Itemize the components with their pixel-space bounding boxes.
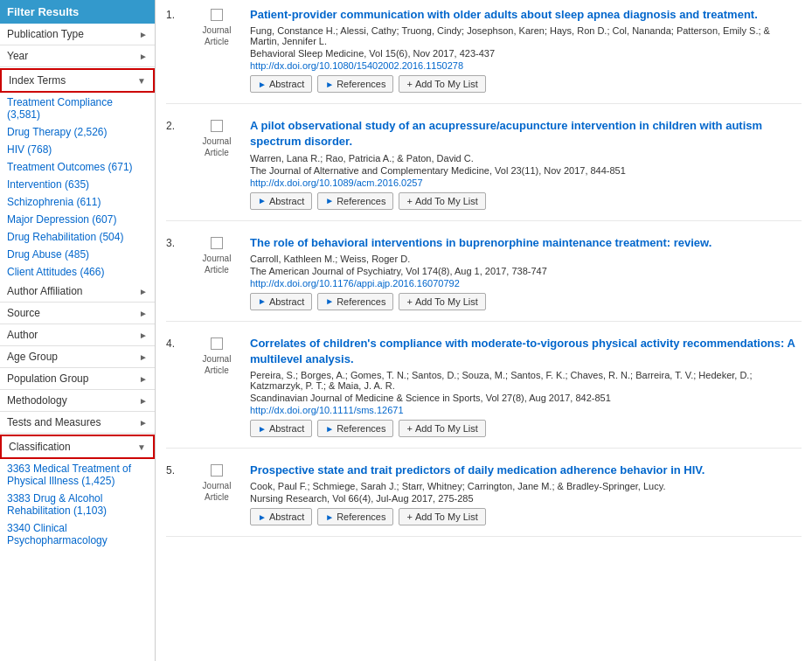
- abstract-btn-2[interactable]: ► Abstract: [250, 192, 312, 210]
- index-term-link-9[interactable]: Client Attitudes (466): [0, 263, 155, 281]
- references-btn-5[interactable]: ► References: [317, 508, 393, 525]
- chevron-right-icon: ►: [139, 396, 148, 406]
- result-doi-4[interactable]: http://dx.doi.org/10.1111/sms.12671: [250, 405, 802, 415]
- abstract-btn-5[interactable]: ► Abstract: [250, 508, 312, 525]
- add-to-list-btn-2[interactable]: + Add To My List: [399, 192, 485, 210]
- result-checkbox-5[interactable]: [211, 464, 223, 477]
- add-to-list-btn-4[interactable]: + Add To My List: [399, 420, 485, 437]
- result-content-2: A pilot observational study of an acupre…: [250, 118, 802, 209]
- result-number-1: 1.: [166, 7, 191, 93]
- references-btn-1[interactable]: ► References: [317, 75, 393, 93]
- result-actions-1: ► Abstract ► References + Add To My List: [250, 75, 802, 93]
- index-term-link-1[interactable]: Drug Therapy (2,526): [0, 123, 155, 141]
- chevron-right-icon: ►: [139, 418, 148, 428]
- chevron-down-icon: ▼: [137, 442, 146, 452]
- chevron-right-icon: ►: [139, 309, 148, 318]
- sidebar-item-source[interactable]: Source ►: [0, 303, 155, 324]
- result-type-3: JournalArticle: [191, 235, 243, 310]
- sidebar-item-publication-type[interactable]: Publication Type ►: [0, 24, 155, 45]
- result-checkbox-1[interactable]: [211, 9, 223, 21]
- filter-results-header: Filter Results: [0, 0, 155, 24]
- classification-link-0[interactable]: 3363 Medical Treatment of Physical Illne…: [0, 460, 155, 490]
- result-checkbox-4[interactable]: [211, 337, 223, 350]
- add-to-list-btn-1[interactable]: + Add To My List: [399, 75, 485, 93]
- index-term-link-6[interactable]: Major Depression (607): [0, 211, 155, 228]
- add-to-list-btn-5[interactable]: + Add To My List: [399, 508, 485, 525]
- result-type-label-4: JournalArticle: [203, 353, 232, 376]
- result-title-4[interactable]: Correlates of children's compliance with…: [250, 336, 802, 367]
- result-journal-1: Behavioral Sleep Medicine, Vol 15(6), No…: [250, 48, 802, 59]
- result-actions-2: ► Abstract ► References + Add To My List: [250, 192, 802, 210]
- result-type-label-5: JournalArticle: [203, 480, 232, 503]
- abstract-btn-1[interactable]: ► Abstract: [250, 75, 312, 93]
- abstract-btn-3[interactable]: ► Abstract: [250, 293, 312, 310]
- sidebar: Filter Results Publication Type ► Year ►…: [0, 0, 156, 661]
- result-content-1: Patient-provider communication with olde…: [250, 7, 802, 93]
- sidebar-item-population-group[interactable]: Population Group ►: [0, 368, 155, 390]
- add-to-list-btn-3[interactable]: + Add To My List: [399, 293, 485, 310]
- index-term-link-4[interactable]: Intervention (635): [0, 176, 155, 193]
- result-actions-3: ► Abstract ► References + Add To My List: [250, 293, 802, 310]
- result-type-label-3: JournalArticle: [203, 253, 232, 275]
- sidebar-item-age-group[interactable]: Age Group ►: [0, 346, 155, 368]
- result-item-3: 3. JournalArticle The role of behavioral…: [166, 235, 802, 322]
- result-journal-2: The Journal of Alternative and Complemen…: [250, 165, 802, 176]
- chevron-right-icon: ►: [139, 374, 148, 384]
- result-item-5: 5. JournalArticle Prospective state and …: [166, 463, 802, 537]
- result-title-3[interactable]: The role of behavioral interventions in …: [250, 235, 802, 251]
- result-journal-4: Scandinavian Journal of Medicine & Scien…: [250, 393, 802, 403]
- classification-link-2[interactable]: 3340 Clinical Psychopharmacology: [0, 519, 155, 549]
- result-number-4: 4.: [166, 336, 191, 437]
- result-journal-5: Nursing Research, Vol 66(4), Jul-Aug 201…: [250, 493, 802, 504]
- result-title-2[interactable]: A pilot observational study of an acupre…: [250, 118, 802, 150]
- result-type-4: JournalArticle: [191, 336, 243, 437]
- result-title-5[interactable]: Prospective state and trait predictors o…: [250, 463, 802, 478]
- results-area: 1. JournalArticle Patient-provider commu…: [156, 0, 812, 661]
- result-authors-1: Fung, Constance H.; Alessi, Cathy; Truon…: [250, 25, 802, 46]
- references-btn-3[interactable]: ► References: [317, 293, 393, 310]
- index-term-link-3[interactable]: Treatment Outcomes (671): [0, 158, 155, 176]
- result-content-3: The role of behavioral interventions in …: [250, 235, 802, 310]
- result-number-2: 2.: [166, 118, 191, 209]
- sidebar-item-tests-measures[interactable]: Tests and Measures ►: [0, 412, 155, 434]
- result-checkbox-3[interactable]: [211, 237, 223, 249]
- result-item-1: 1. JournalArticle Patient-provider commu…: [166, 7, 802, 104]
- result-item-4: 4. JournalArticle Correlates of children…: [166, 336, 802, 449]
- references-btn-2[interactable]: ► References: [317, 192, 393, 210]
- result-type-label-2: JournalArticle: [203, 136, 232, 158]
- result-type-1: JournalArticle: [191, 7, 243, 93]
- chevron-right-icon: ►: [139, 52, 148, 61]
- classification-link-1[interactable]: 3383 Drug & Alcohol Rehabilitation (1,10…: [0, 490, 155, 519]
- result-title-1[interactable]: Patient-provider communication with olde…: [250, 7, 802, 23]
- result-actions-4: ► Abstract ► References + Add To My List: [250, 420, 802, 437]
- result-actions-5: ► Abstract ► References + Add To My List: [250, 508, 802, 525]
- index-term-link-7[interactable]: Drug Rehabilitation (504): [0, 228, 155, 246]
- chevron-right-icon: ►: [139, 330, 148, 340]
- index-term-link-5[interactable]: Schizophrenia (611): [0, 193, 155, 211]
- result-authors-3: Carroll, Kathleen M.; Weiss, Roger D.: [250, 254, 802, 264]
- result-authors-2: Warren, Lana R.; Rao, Patricia A.; & Pat…: [250, 153, 802, 164]
- sidebar-item-index-terms[interactable]: Index Terms ▼: [0, 68, 155, 93]
- result-doi-1[interactable]: http://dx.doi.org/10.1080/15402002.2016.…: [250, 60, 802, 71]
- result-doi-2[interactable]: http://dx.doi.org/10.1089/acm.2016.0257: [250, 177, 802, 188]
- result-authors-4: Pereira, S.; Borges, A.; Gomes, T. N.; S…: [250, 370, 802, 391]
- references-btn-4[interactable]: ► References: [317, 420, 393, 437]
- sidebar-item-classification[interactable]: Classification ▼: [0, 435, 155, 459]
- index-term-link-0[interactable]: Treatment Compliance (3,581): [0, 94, 155, 123]
- chevron-right-icon: ►: [139, 30, 148, 39]
- result-doi-3[interactable]: http://dx.doi.org/10.1176/appi.ajp.2016.…: [250, 278, 802, 289]
- index-term-link-2[interactable]: HIV (768): [0, 141, 155, 158]
- result-journal-3: The American Journal of Psychiatry, Vol …: [250, 266, 802, 276]
- chevron-right-icon: ►: [139, 287, 148, 296]
- result-number-3: 3.: [166, 235, 191, 310]
- result-content-5: Prospective state and trait predictors o…: [250, 463, 802, 525]
- sidebar-item-author[interactable]: Author ►: [0, 324, 155, 346]
- sidebar-item-year[interactable]: Year ►: [0, 45, 155, 67]
- chevron-down-icon: ▼: [137, 76, 146, 86]
- result-type-label-1: JournalArticle: [203, 24, 232, 47]
- sidebar-item-author-affiliation[interactable]: Author Affiliation ►: [0, 281, 155, 303]
- index-term-link-8[interactable]: Drug Abuse (485): [0, 246, 155, 263]
- result-checkbox-2[interactable]: [211, 120, 223, 132]
- sidebar-item-methodology[interactable]: Methodology ►: [0, 390, 155, 412]
- abstract-btn-4[interactable]: ► Abstract: [250, 420, 312, 437]
